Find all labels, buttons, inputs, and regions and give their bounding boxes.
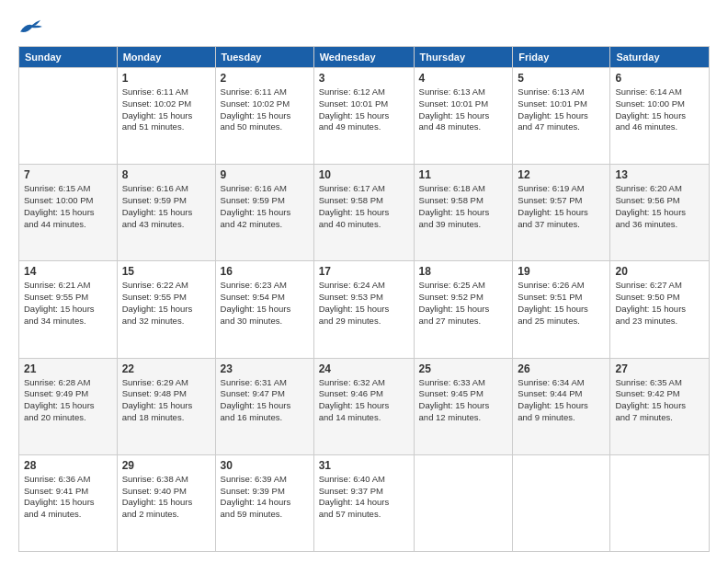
calendar-cell: 12Sunrise: 6:19 AM Sunset: 9:57 PM Dayli… [513,165,610,261]
header-day-monday: Monday [117,47,215,68]
day-info: Sunrise: 6:38 AM Sunset: 9:40 PM Dayligh… [122,474,210,521]
day-info: Sunrise: 6:33 AM Sunset: 9:45 PM Dayligh… [419,377,508,424]
day-info: Sunrise: 6:18 AM Sunset: 9:58 PM Dayligh… [419,183,508,230]
day-info: Sunrise: 6:14 AM Sunset: 10:00 PM Daylig… [615,86,704,133]
day-info: Sunrise: 6:29 AM Sunset: 9:48 PM Dayligh… [122,377,210,424]
day-number: 9 [221,168,309,181]
calendar-cell: 16Sunrise: 6:23 AM Sunset: 9:54 PM Dayli… [215,261,313,358]
day-number: 11 [419,168,508,181]
day-number: 17 [319,265,409,278]
day-info: Sunrise: 6:17 AM Sunset: 9:58 PM Dayligh… [319,183,409,230]
calendar-cell: 31Sunrise: 6:40 AM Sunset: 9:37 PM Dayli… [313,454,414,551]
calendar-body: 1Sunrise: 6:11 AM Sunset: 10:02 PM Dayli… [19,68,710,552]
calendar-cell: 3Sunrise: 6:12 AM Sunset: 10:01 PM Dayli… [313,68,414,165]
day-number: 4 [419,72,508,85]
day-number: 8 [122,168,210,181]
day-info: Sunrise: 6:28 AM Sunset: 9:49 PM Dayligh… [24,377,112,424]
calendar-cell: 28Sunrise: 6:36 AM Sunset: 9:41 PM Dayli… [19,454,118,551]
calendar-cell: 19Sunrise: 6:26 AM Sunset: 9:51 PM Dayli… [513,261,610,358]
day-info: Sunrise: 6:32 AM Sunset: 9:46 PM Dayligh… [319,377,409,424]
day-number: 6 [615,72,704,85]
day-info: Sunrise: 6:25 AM Sunset: 9:52 PM Dayligh… [419,280,508,327]
day-number: 2 [221,72,309,85]
calendar-cell: 18Sunrise: 6:25 AM Sunset: 9:52 PM Dayli… [414,261,513,358]
day-number: 27 [615,362,704,375]
calendar-week-2: 7Sunrise: 6:15 AM Sunset: 10:00 PM Dayli… [19,165,710,261]
day-info: Sunrise: 6:12 AM Sunset: 10:01 PM Daylig… [319,86,409,133]
calendar-week-4: 21Sunrise: 6:28 AM Sunset: 9:49 PM Dayli… [19,358,710,454]
day-info: Sunrise: 6:15 AM Sunset: 10:00 PM Daylig… [24,183,112,230]
calendar-cell: 26Sunrise: 6:34 AM Sunset: 9:44 PM Dayli… [513,358,610,454]
logo [18,17,48,37]
day-number: 28 [24,459,112,472]
calendar-cell: 27Sunrise: 6:35 AM Sunset: 9:42 PM Dayli… [610,358,710,454]
calendar-cell [19,68,118,165]
day-number: 22 [122,362,210,375]
day-info: Sunrise: 6:19 AM Sunset: 9:57 PM Dayligh… [518,183,605,230]
calendar-cell: 14Sunrise: 6:21 AM Sunset: 9:55 PM Dayli… [19,261,118,358]
day-info: Sunrise: 6:40 AM Sunset: 9:37 PM Dayligh… [319,474,409,521]
day-number: 23 [221,362,309,375]
calendar-page: SundayMondayTuesdayWednesdayThursdayFrid… [0,0,728,563]
day-number: 31 [319,459,409,472]
calendar-cell: 10Sunrise: 6:17 AM Sunset: 9:58 PM Dayli… [313,165,414,261]
calendar-week-1: 1Sunrise: 6:11 AM Sunset: 10:02 PM Dayli… [19,68,710,165]
day-info: Sunrise: 6:13 AM Sunset: 10:01 PM Daylig… [518,86,605,133]
calendar-cell: 7Sunrise: 6:15 AM Sunset: 10:00 PM Dayli… [19,165,118,261]
day-number: 10 [319,168,409,181]
calendar-cell: 25Sunrise: 6:33 AM Sunset: 9:45 PM Dayli… [414,358,513,454]
day-info: Sunrise: 6:11 AM Sunset: 10:02 PM Daylig… [221,86,309,133]
calendar-table: SundayMondayTuesdayWednesdayThursdayFrid… [18,46,710,552]
day-info: Sunrise: 6:21 AM Sunset: 9:55 PM Dayligh… [24,280,112,327]
day-info: Sunrise: 6:36 AM Sunset: 9:41 PM Dayligh… [24,474,112,521]
calendar-cell: 20Sunrise: 6:27 AM Sunset: 9:50 PM Dayli… [610,261,710,358]
calendar-cell: 29Sunrise: 6:38 AM Sunset: 9:40 PM Dayli… [117,454,215,551]
calendar-cell [610,454,710,551]
calendar-cell: 2Sunrise: 6:11 AM Sunset: 10:02 PM Dayli… [215,68,313,165]
day-info: Sunrise: 6:34 AM Sunset: 9:44 PM Dayligh… [518,377,605,424]
day-info: Sunrise: 6:27 AM Sunset: 9:50 PM Dayligh… [615,280,704,327]
calendar-cell: 1Sunrise: 6:11 AM Sunset: 10:02 PM Dayli… [117,68,215,165]
day-info: Sunrise: 6:24 AM Sunset: 9:53 PM Dayligh… [319,280,409,327]
calendar-cell: 17Sunrise: 6:24 AM Sunset: 9:53 PM Dayli… [313,261,414,358]
day-number: 19 [518,265,605,278]
day-number: 3 [319,72,409,85]
header-day-thursday: Thursday [414,47,513,68]
calendar-cell: 13Sunrise: 6:20 AM Sunset: 9:56 PM Dayli… [610,165,710,261]
day-info: Sunrise: 6:23 AM Sunset: 9:54 PM Dayligh… [221,280,309,327]
day-number: 1 [122,72,210,85]
calendar-cell: 9Sunrise: 6:16 AM Sunset: 9:59 PM Daylig… [215,165,313,261]
day-number: 13 [615,168,704,181]
calendar-cell: 4Sunrise: 6:13 AM Sunset: 10:01 PM Dayli… [414,68,513,165]
day-info: Sunrise: 6:39 AM Sunset: 9:39 PM Dayligh… [221,474,309,521]
day-number: 26 [518,362,605,375]
day-info: Sunrise: 6:35 AM Sunset: 9:42 PM Dayligh… [615,377,704,424]
calendar-cell: 8Sunrise: 6:16 AM Sunset: 9:59 PM Daylig… [117,165,215,261]
day-info: Sunrise: 6:16 AM Sunset: 9:59 PM Dayligh… [221,183,309,230]
day-number: 30 [221,459,309,472]
day-info: Sunrise: 6:20 AM Sunset: 9:56 PM Dayligh… [615,183,704,230]
day-number: 12 [518,168,605,181]
calendar-week-3: 14Sunrise: 6:21 AM Sunset: 9:55 PM Dayli… [19,261,710,358]
logo-icon [18,17,44,37]
day-number: 29 [122,459,210,472]
day-number: 20 [615,265,704,278]
calendar-cell: 6Sunrise: 6:14 AM Sunset: 10:00 PM Dayli… [610,68,710,165]
header-day-tuesday: Tuesday [215,47,313,68]
day-info: Sunrise: 6:16 AM Sunset: 9:59 PM Dayligh… [122,183,210,230]
day-number: 25 [419,362,508,375]
header [18,17,710,37]
day-number: 5 [518,72,605,85]
calendar-cell [414,454,513,551]
day-number: 7 [24,168,112,181]
day-number: 14 [24,265,112,278]
calendar-cell: 22Sunrise: 6:29 AM Sunset: 9:48 PM Dayli… [117,358,215,454]
calendar-cell: 24Sunrise: 6:32 AM Sunset: 9:46 PM Dayli… [313,358,414,454]
day-info: Sunrise: 6:31 AM Sunset: 9:47 PM Dayligh… [221,377,309,424]
day-number: 21 [24,362,112,375]
day-info: Sunrise: 6:22 AM Sunset: 9:55 PM Dayligh… [122,280,210,327]
calendar-cell: 23Sunrise: 6:31 AM Sunset: 9:47 PM Dayli… [215,358,313,454]
day-number: 16 [221,265,309,278]
day-number: 15 [122,265,210,278]
header-day-wednesday: Wednesday [313,47,414,68]
